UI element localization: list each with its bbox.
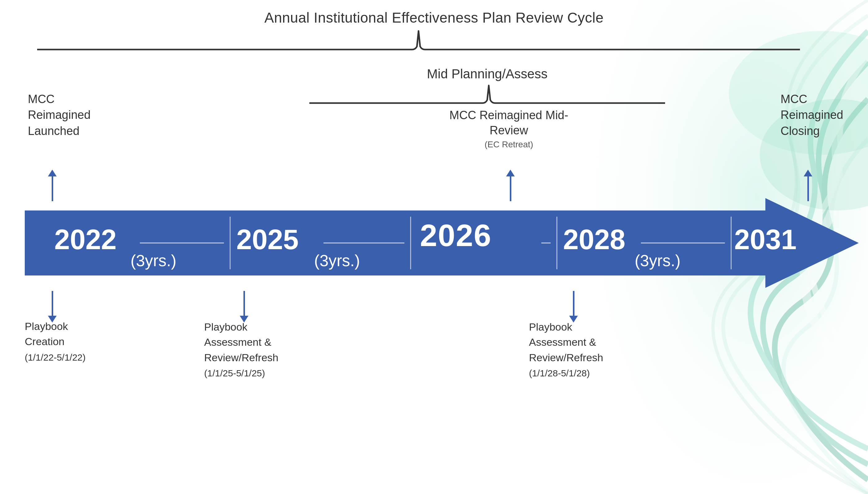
top-brace-svg <box>37 28 800 53</box>
mid-review-arrow-up <box>506 170 515 201</box>
svg-text:(3yrs.): (3yrs.) <box>131 252 176 270</box>
playbook-2028-arrow-down <box>569 291 578 323</box>
playbook-2028-label: PlaybookAssessment &Review/Refresh(1/1/2… <box>529 319 603 380</box>
playbook-2025-arrow-down <box>240 291 249 323</box>
playbook-creation-arrow-down <box>48 291 57 323</box>
closing-text: MCCReimaginedAnnual Institutional Effect… <box>781 91 843 139</box>
svg-text:2022: 2022 <box>55 224 117 255</box>
launched-arrow-up <box>48 170 57 201</box>
playbook-2028-text: PlaybookAssessment &Review/Refresh(1/1/2… <box>529 319 603 380</box>
closing-label: MCCReimaginedAnnual Institutional Effect… <box>781 91 843 139</box>
page-title-container: Annual Institutional Effectiveness Plan … <box>0 9 868 26</box>
svg-text:(3yrs.): (3yrs.) <box>314 252 360 270</box>
mid-review-main-text: MCC Reimagined Mid-Review <box>439 108 578 138</box>
launched-text: MCCReimaginedLaunched <box>28 91 91 139</box>
playbook-2025-text: PlaybookAssessment &Review/Refresh(1/1/2… <box>204 319 278 380</box>
svg-text:2028: 2028 <box>563 224 625 255</box>
mid-planning-label: Mid Planning/Assess <box>309 66 665 81</box>
timeline-svg: 2022 (3yrs.) 2025 (3yrs.) 2026 2028 (3yr… <box>25 198 859 288</box>
top-brace-container <box>37 28 800 54</box>
mid-review-sub-text: (EC Retreat) <box>439 139 578 150</box>
page-title: Annual Institutional Effectiveness Plan … <box>264 10 604 26</box>
svg-text:2026: 2026 <box>420 218 492 252</box>
svg-text:2025: 2025 <box>236 224 298 255</box>
mid-review-label: MCC Reimagined Mid-Review (EC Retreat) <box>439 108 578 150</box>
svg-text:(3yrs.): (3yrs.) <box>635 252 680 270</box>
timeline-arrow: 2022 (3yrs.) 2025 (3yrs.) 2026 2028 (3yr… <box>25 198 859 288</box>
svg-text:2031: 2031 <box>734 224 796 255</box>
main-content: Annual Institutional Effectiveness Plan … <box>0 0 868 494</box>
playbook-creation-label: PlaybookCreation(1/1/22-5/1/22) <box>25 319 86 365</box>
mid-planning-brace <box>309 83 665 106</box>
playbook-2025-label: PlaybookAssessment &Review/Refresh(1/1/2… <box>204 319 278 380</box>
mid-planning-text: Mid Planning/Assess <box>427 66 548 81</box>
closing-arrow-up <box>804 170 812 201</box>
launched-label: MCCReimaginedLaunched <box>28 91 91 139</box>
